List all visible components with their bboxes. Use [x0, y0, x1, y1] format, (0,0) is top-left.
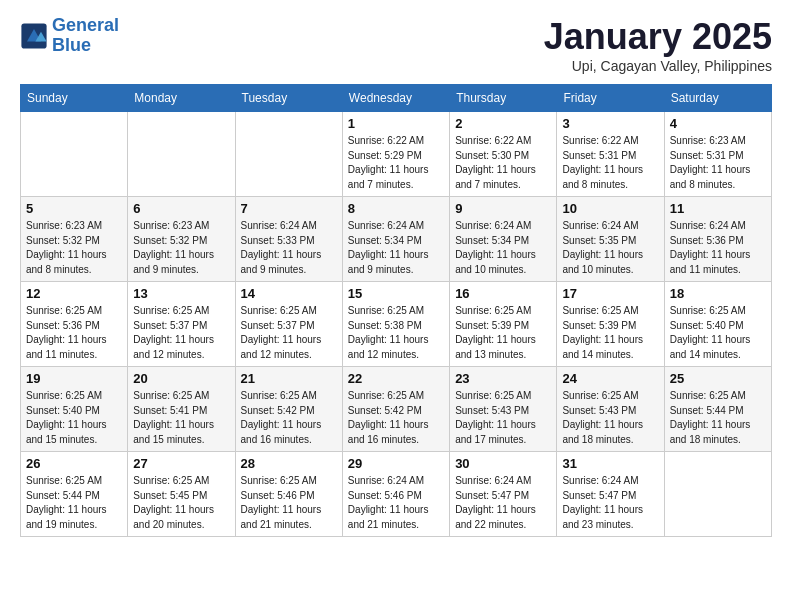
weekday-header-thursday: Thursday — [450, 85, 557, 112]
calendar-day-17: 17Sunrise: 6:25 AMSunset: 5:39 PMDayligh… — [557, 282, 664, 367]
day-number: 21 — [241, 371, 337, 386]
calendar-day-26: 26Sunrise: 6:25 AMSunset: 5:44 PMDayligh… — [21, 452, 128, 537]
day-number: 22 — [348, 371, 444, 386]
day-info: Sunrise: 6:25 AMSunset: 5:37 PMDaylight:… — [133, 304, 229, 362]
day-number: 25 — [670, 371, 766, 386]
day-info: Sunrise: 6:22 AMSunset: 5:30 PMDaylight:… — [455, 134, 551, 192]
day-info: Sunrise: 6:23 AMSunset: 5:32 PMDaylight:… — [133, 219, 229, 277]
day-info: Sunrise: 6:24 AMSunset: 5:33 PMDaylight:… — [241, 219, 337, 277]
calendar-day-3: 3Sunrise: 6:22 AMSunset: 5:31 PMDaylight… — [557, 112, 664, 197]
calendar-day-5: 5Sunrise: 6:23 AMSunset: 5:32 PMDaylight… — [21, 197, 128, 282]
day-number: 20 — [133, 371, 229, 386]
calendar-day-10: 10Sunrise: 6:24 AMSunset: 5:35 PMDayligh… — [557, 197, 664, 282]
calendar-day-29: 29Sunrise: 6:24 AMSunset: 5:46 PMDayligh… — [342, 452, 449, 537]
calendar-day-7: 7Sunrise: 6:24 AMSunset: 5:33 PMDaylight… — [235, 197, 342, 282]
weekday-header-monday: Monday — [128, 85, 235, 112]
day-number: 8 — [348, 201, 444, 216]
calendar-day-15: 15Sunrise: 6:25 AMSunset: 5:38 PMDayligh… — [342, 282, 449, 367]
calendar-week-row: 26Sunrise: 6:25 AMSunset: 5:44 PMDayligh… — [21, 452, 772, 537]
day-info: Sunrise: 6:24 AMSunset: 5:46 PMDaylight:… — [348, 474, 444, 532]
day-number: 6 — [133, 201, 229, 216]
title-block: January 2025 Upi, Cagayan Valley, Philip… — [544, 16, 772, 74]
calendar-day-28: 28Sunrise: 6:25 AMSunset: 5:46 PMDayligh… — [235, 452, 342, 537]
page-header: General Blue January 2025 Upi, Cagayan V… — [20, 16, 772, 74]
day-number: 23 — [455, 371, 551, 386]
day-number: 19 — [26, 371, 122, 386]
weekday-header-saturday: Saturday — [664, 85, 771, 112]
calendar-week-row: 19Sunrise: 6:25 AMSunset: 5:40 PMDayligh… — [21, 367, 772, 452]
day-info: Sunrise: 6:23 AMSunset: 5:31 PMDaylight:… — [670, 134, 766, 192]
day-number: 29 — [348, 456, 444, 471]
calendar-day-empty — [128, 112, 235, 197]
calendar-day-25: 25Sunrise: 6:25 AMSunset: 5:44 PMDayligh… — [664, 367, 771, 452]
calendar-day-24: 24Sunrise: 6:25 AMSunset: 5:43 PMDayligh… — [557, 367, 664, 452]
calendar-day-11: 11Sunrise: 6:24 AMSunset: 5:36 PMDayligh… — [664, 197, 771, 282]
day-info: Sunrise: 6:25 AMSunset: 5:44 PMDaylight:… — [26, 474, 122, 532]
weekday-header-row: SundayMondayTuesdayWednesdayThursdayFrid… — [21, 85, 772, 112]
day-number: 24 — [562, 371, 658, 386]
day-number: 10 — [562, 201, 658, 216]
calendar-day-27: 27Sunrise: 6:25 AMSunset: 5:45 PMDayligh… — [128, 452, 235, 537]
location-subtitle: Upi, Cagayan Valley, Philippines — [544, 58, 772, 74]
day-number: 18 — [670, 286, 766, 301]
logo-icon — [20, 22, 48, 50]
day-number: 2 — [455, 116, 551, 131]
day-info: Sunrise: 6:25 AMSunset: 5:43 PMDaylight:… — [562, 389, 658, 447]
day-info: Sunrise: 6:25 AMSunset: 5:40 PMDaylight:… — [26, 389, 122, 447]
day-number: 9 — [455, 201, 551, 216]
day-number: 28 — [241, 456, 337, 471]
day-info: Sunrise: 6:25 AMSunset: 5:42 PMDaylight:… — [241, 389, 337, 447]
calendar-day-30: 30Sunrise: 6:24 AMSunset: 5:47 PMDayligh… — [450, 452, 557, 537]
logo-text: General Blue — [52, 16, 119, 56]
day-number: 17 — [562, 286, 658, 301]
day-number: 26 — [26, 456, 122, 471]
day-info: Sunrise: 6:23 AMSunset: 5:32 PMDaylight:… — [26, 219, 122, 277]
day-info: Sunrise: 6:25 AMSunset: 5:41 PMDaylight:… — [133, 389, 229, 447]
day-number: 14 — [241, 286, 337, 301]
day-info: Sunrise: 6:25 AMSunset: 5:43 PMDaylight:… — [455, 389, 551, 447]
calendar-day-1: 1Sunrise: 6:22 AMSunset: 5:29 PMDaylight… — [342, 112, 449, 197]
calendar-day-8: 8Sunrise: 6:24 AMSunset: 5:34 PMDaylight… — [342, 197, 449, 282]
day-info: Sunrise: 6:24 AMSunset: 5:36 PMDaylight:… — [670, 219, 766, 277]
day-number: 13 — [133, 286, 229, 301]
day-info: Sunrise: 6:25 AMSunset: 5:39 PMDaylight:… — [455, 304, 551, 362]
day-number: 4 — [670, 116, 766, 131]
day-info: Sunrise: 6:24 AMSunset: 5:34 PMDaylight:… — [348, 219, 444, 277]
weekday-header-sunday: Sunday — [21, 85, 128, 112]
day-info: Sunrise: 6:24 AMSunset: 5:35 PMDaylight:… — [562, 219, 658, 277]
calendar-week-row: 5Sunrise: 6:23 AMSunset: 5:32 PMDaylight… — [21, 197, 772, 282]
day-info: Sunrise: 6:25 AMSunset: 5:38 PMDaylight:… — [348, 304, 444, 362]
calendar-day-empty — [664, 452, 771, 537]
day-number: 31 — [562, 456, 658, 471]
day-info: Sunrise: 6:24 AMSunset: 5:47 PMDaylight:… — [562, 474, 658, 532]
day-number: 27 — [133, 456, 229, 471]
day-number: 11 — [670, 201, 766, 216]
calendar-day-empty — [21, 112, 128, 197]
weekday-header-tuesday: Tuesday — [235, 85, 342, 112]
logo-line1: General — [52, 15, 119, 35]
day-info: Sunrise: 6:25 AMSunset: 5:40 PMDaylight:… — [670, 304, 766, 362]
day-number: 3 — [562, 116, 658, 131]
calendar-table: SundayMondayTuesdayWednesdayThursdayFrid… — [20, 84, 772, 537]
day-info: Sunrise: 6:25 AMSunset: 5:46 PMDaylight:… — [241, 474, 337, 532]
day-number: 16 — [455, 286, 551, 301]
calendar-day-22: 22Sunrise: 6:25 AMSunset: 5:42 PMDayligh… — [342, 367, 449, 452]
day-info: Sunrise: 6:25 AMSunset: 5:37 PMDaylight:… — [241, 304, 337, 362]
month-title: January 2025 — [544, 16, 772, 58]
calendar-day-13: 13Sunrise: 6:25 AMSunset: 5:37 PMDayligh… — [128, 282, 235, 367]
calendar-week-row: 12Sunrise: 6:25 AMSunset: 5:36 PMDayligh… — [21, 282, 772, 367]
day-number: 15 — [348, 286, 444, 301]
calendar-day-31: 31Sunrise: 6:24 AMSunset: 5:47 PMDayligh… — [557, 452, 664, 537]
logo-line2: Blue — [52, 35, 91, 55]
day-info: Sunrise: 6:24 AMSunset: 5:34 PMDaylight:… — [455, 219, 551, 277]
logo: General Blue — [20, 16, 119, 56]
calendar-day-6: 6Sunrise: 6:23 AMSunset: 5:32 PMDaylight… — [128, 197, 235, 282]
calendar-day-14: 14Sunrise: 6:25 AMSunset: 5:37 PMDayligh… — [235, 282, 342, 367]
weekday-header-wednesday: Wednesday — [342, 85, 449, 112]
day-info: Sunrise: 6:22 AMSunset: 5:29 PMDaylight:… — [348, 134, 444, 192]
calendar-day-empty — [235, 112, 342, 197]
day-info: Sunrise: 6:25 AMSunset: 5:42 PMDaylight:… — [348, 389, 444, 447]
calendar-day-19: 19Sunrise: 6:25 AMSunset: 5:40 PMDayligh… — [21, 367, 128, 452]
calendar-day-23: 23Sunrise: 6:25 AMSunset: 5:43 PMDayligh… — [450, 367, 557, 452]
day-number: 7 — [241, 201, 337, 216]
